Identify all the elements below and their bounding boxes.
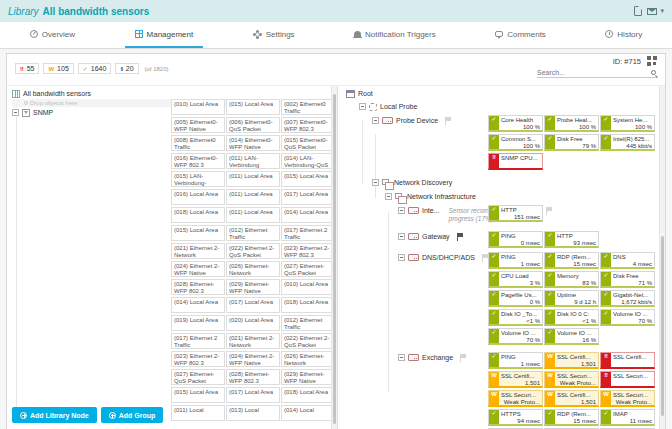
sensor-box[interactable]: ✓PING1 msec — [488, 352, 543, 369]
library-sensor-cell[interactable]: (029) Ethernet-WFP Native — [281, 369, 335, 385]
tree-node-label[interactable]: Root — [358, 90, 373, 97]
library-sensor-cell[interactable]: (017) Local Area — [281, 189, 335, 205]
library-sensor-cell[interactable]: (026) Ethernet-Network — [226, 261, 280, 277]
library-sensor-cell[interactable]: (016) Local Area — [171, 189, 225, 205]
library-sensor-cell[interactable]: (014) Ethernet0-WFP Native — [226, 135, 280, 151]
left-scrollbar[interactable] — [331, 86, 337, 429]
library-sensor-cell[interactable]: (028) Ethernet-WFP 802.3 — [226, 369, 280, 385]
search-icon[interactable] — [651, 70, 656, 75]
tab-settings[interactable]: Settings — [243, 22, 305, 48]
library-sensor-cell[interactable]: (010) Local Area — [281, 279, 335, 295]
sensor-box[interactable]: ‼SSL Certifi... — [600, 352, 655, 369]
sensor-box[interactable]: ✓CPU Load3 % — [488, 271, 543, 288]
library-sensor-cell[interactable]: (015) Local Area — [281, 171, 335, 187]
library-sensor-cell[interactable]: (017) Ethernet 2 Traffic — [171, 333, 225, 349]
library-sensor-cell[interactable]: (015) Local Area — [226, 99, 280, 115]
library-sensor-cell[interactable]: (002) Ethernet0 Traffic — [281, 99, 335, 115]
tree-node-label[interactable]: Network Infrastructure — [407, 193, 476, 200]
library-sensor-cell[interactable]: (027) Ethernet-QoS Packet — [171, 369, 225, 385]
sensor-box[interactable]: ‼SNMP CPU... — [488, 153, 543, 170]
tree-node-label[interactable]: Gateway — [422, 233, 450, 240]
left-scrollbar-thumb[interactable] — [333, 94, 336, 424]
sensor-box[interactable]: ✓Disk IO _To...<1 % — [488, 309, 543, 326]
collapse-icon[interactable] — [398, 207, 405, 214]
sensor-box[interactable]: ✓Volume IO ...70 % — [600, 309, 655, 326]
library-sensor-cell[interactable]: (010) Local Area — [171, 99, 225, 115]
tree-node-label[interactable]: Inte... — [422, 207, 440, 214]
sensor-box[interactable]: ✓HTTP93 msec — [544, 231, 599, 248]
library-sensor-cell[interactable]: (014) Local Area — [281, 207, 335, 223]
library-sensor-cell[interactable]: (011) Local — [171, 405, 225, 421]
library-sensor-cell[interactable]: (012) Ethernet Traffic — [226, 225, 280, 241]
sensor-box[interactable]: ✓HTTP151 msec — [488, 205, 543, 222]
tab-comments[interactable]: Comments — [485, 22, 556, 48]
sensor-box[interactable]: ✓Common S...100 % — [488, 134, 543, 151]
flag-icon[interactable] — [460, 354, 466, 362]
library-root-node[interactable]: All bandwidth sensors — [12, 89, 337, 98]
library-sensor-cell[interactable]: (016) Ethernet0-WFP 802.3 — [171, 153, 225, 169]
library-sensor-cell[interactable]: (022) Ethernet 2-QoS Packet — [281, 333, 335, 349]
library-sensor-cell[interactable]: (024) Ethernet 2-WFP Native — [171, 261, 225, 277]
library-sensor-cell[interactable]: (020) Local Area — [226, 315, 280, 331]
sensor-box[interactable]: ✓IMAP11 msec — [600, 409, 655, 426]
collapse-icon[interactable] — [398, 254, 405, 261]
flag-icon[interactable] — [445, 117, 451, 125]
sensor-box[interactable]: ✓Pagefile Us...0 % — [488, 290, 543, 307]
sensor-box[interactable]: WSSL Certifi...1,501 — [544, 390, 599, 407]
library-sensor-cell[interactable]: (017) Local Area — [226, 297, 280, 313]
sensor-box[interactable]: ✓Disk Free71 % — [600, 271, 655, 288]
sensor-box[interactable]: ✓Intel(R) 825...445 kbit/s — [600, 134, 655, 151]
library-sensor-cell[interactable]: (018) Local Area — [281, 297, 335, 313]
collapse-icon[interactable] — [385, 193, 392, 200]
status-count-error[interactable]: ‼55 — [15, 63, 39, 74]
library-sensor-cell[interactable]: (022) Ethernet 2-QoS Packet — [226, 243, 280, 259]
tree-node-label[interactable]: Probe Device — [396, 117, 438, 124]
library-sensor-cell[interactable]: (017) Ethernet 2 Traffic — [281, 225, 335, 241]
sensor-box[interactable]: ✓Core Health100 % — [488, 115, 543, 132]
library-sensor-cell[interactable]: (011) Local Area — [226, 171, 280, 187]
tree-node-label[interactable]: Local Probe — [380, 103, 417, 110]
qr-code-icon[interactable] — [647, 56, 657, 66]
collapse-icon[interactable] — [12, 109, 19, 116]
sensor-box[interactable]: ✓DNS4 msec — [600, 252, 655, 269]
flag-icon[interactable] — [482, 254, 488, 262]
sensor-box[interactable]: ✓System He...100 % — [600, 115, 655, 132]
status-count-paused[interactable]: II20 — [115, 63, 138, 74]
tree-node-label[interactable]: Network Discovery — [394, 179, 452, 186]
library-sensor-cell[interactable]: (024) Ethernet 2-WFP Native — [226, 351, 280, 367]
library-sensor-cell[interactable]: (015) LAN-Verbindung- — [171, 171, 225, 187]
sensor-box[interactable]: WSSL Securi...Weak Proto... — [600, 390, 655, 407]
sensor-box[interactable]: WSSL Securi...Weak Proto... — [544, 371, 599, 388]
library-sensor-cell[interactable]: (007) Ethernet0-WFP 802.3 — [281, 117, 335, 133]
sensor-box[interactable]: ✓Probe Heal...100 % — [544, 115, 599, 132]
library-sensor-cell[interactable]: (006) Ethernet0-QoS Packet — [226, 117, 280, 133]
library-sensor-cell[interactable]: (008) Ethernet0 Traffic — [171, 135, 225, 151]
collapse-icon[interactable] — [398, 354, 405, 361]
sensor-box[interactable]: ✓RDP (Rem...15 msec — [544, 252, 599, 269]
library-sensor-cell[interactable]: (011) Local Area — [226, 207, 280, 223]
library-sensor-cell[interactable]: (012) Ethernet Traffic — [281, 315, 335, 331]
library-sensor-cell[interactable]: (015) Local Area — [171, 387, 225, 403]
library-sensor-cell[interactable]: (015) Local Area — [171, 225, 225, 241]
sensor-box[interactable]: ✓Gigabit-Net...1,672 kbit/s — [600, 290, 655, 307]
library-sensor-cell[interactable]: (014) Local — [281, 405, 335, 421]
sensor-box[interactable]: ✓HTTPS94 msec — [488, 409, 543, 426]
library-sensor-cell[interactable]: (019) Local Area — [171, 315, 225, 331]
add-library-node-button[interactable]: Add Library Node — [12, 407, 97, 423]
add-group-button[interactable]: Add Group — [101, 407, 164, 423]
sensor-box[interactable]: ✓PING1 msec — [488, 252, 543, 269]
tab-overview[interactable]: Overview — [20, 22, 85, 48]
library-sensor-cell[interactable]: (011) Local Area — [226, 189, 280, 205]
new-window-icon[interactable] — [634, 6, 642, 16]
library-sensor-cell[interactable]: (018) Local Area — [171, 207, 225, 223]
collapse-icon[interactable] — [359, 103, 366, 110]
sensor-box[interactable]: ‼SSL Securi... — [600, 371, 655, 388]
library-sensor-cell[interactable]: (015) Ethernet0-QoS Packet — [281, 135, 335, 151]
library-sensor-cell[interactable]: (021) Ethernet 2-Network — [171, 243, 225, 259]
collapse-icon[interactable] — [372, 117, 379, 124]
flag-icon[interactable] — [457, 233, 463, 241]
tab-history[interactable]: History — [595, 22, 652, 48]
library-sensor-cell[interactable]: (017) Local Area — [226, 387, 280, 403]
library-sensor-cell[interactable]: (018) Local Area — [281, 387, 335, 403]
sensor-box[interactable]: ✓Volume IO ...16 % — [544, 328, 599, 345]
